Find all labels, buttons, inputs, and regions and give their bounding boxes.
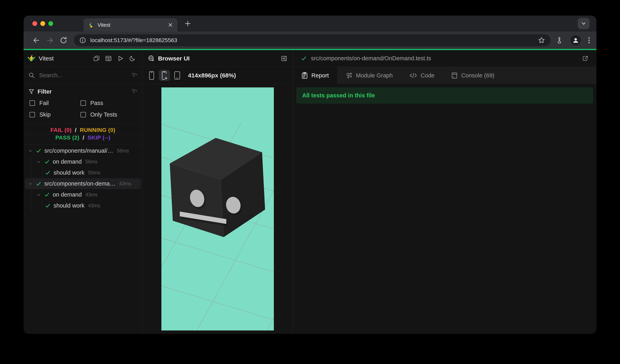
sidebar: Vitest	[24, 50, 142, 334]
clear-filter-icon[interactable]	[131, 88, 138, 95]
tree-row-test[interactable]: should work 55ms	[25, 167, 141, 178]
duration-label: 43ms	[88, 203, 100, 208]
file-path[interactable]: src/components/on-demand/OnDemand.test.t…	[311, 55, 431, 62]
search-row	[24, 67, 142, 84]
vitest-logo-icon	[27, 54, 36, 63]
test-viewport[interactable]	[161, 87, 274, 331]
report-content: All tests passed in this file	[293, 84, 596, 334]
tab-code[interactable]: Code	[401, 67, 443, 84]
new-tab-button[interactable]	[183, 19, 192, 28]
forward-button[interactable]	[46, 36, 54, 44]
run-all-icon[interactable]	[117, 55, 124, 62]
clear-search-filter-icon[interactable]	[131, 72, 138, 79]
tab-module-graph[interactable]: Module Graph	[337, 67, 401, 84]
stats-line-2: PASS (2) / SKIP (--)	[24, 134, 142, 142]
theme-toggle-moon-icon[interactable]	[129, 55, 136, 62]
globe-icon	[148, 55, 155, 62]
tab-title: Vitest	[97, 22, 110, 28]
stats-line-1: FAIL (0) / RUNNING (0)	[24, 126, 142, 134]
clipboard-icon	[301, 72, 308, 79]
pass-check-icon	[45, 170, 51, 176]
checkbox-icon	[80, 100, 86, 106]
site-info-icon[interactable]	[79, 37, 86, 44]
tab-report[interactable]: Report	[293, 67, 337, 84]
pass-check-icon	[36, 181, 42, 187]
tab-strip: Vitest	[24, 15, 596, 31]
pass-check-icon	[44, 159, 50, 165]
open-panel-right-icon[interactable]	[280, 55, 288, 62]
mobile-portrait-icon[interactable]	[146, 70, 157, 81]
tablet-icon[interactable]	[171, 70, 183, 81]
search-input[interactable]	[39, 72, 131, 79]
browser-ui-panel: Browser UI	[142, 50, 293, 334]
collapse-windows-icon[interactable]	[93, 55, 100, 62]
running-count: RUNNING (0)	[79, 127, 116, 133]
menu-kebab-icon[interactable]	[588, 36, 590, 44]
browser-ui-header: Browser UI	[142, 50, 293, 67]
file-header: src/components/on-demand/OnDemand.test.t…	[293, 50, 596, 67]
filter-title: Filter	[38, 88, 52, 95]
dashboard-icon[interactable]	[105, 55, 112, 62]
tab-search-button[interactable]	[578, 18, 590, 29]
pass-count: PASS (2)	[55, 134, 80, 141]
sidebar-header: Vitest	[24, 50, 142, 67]
test-tree: src/components/manual/… 56ms on demand 5…	[24, 145, 142, 334]
checkbox-icon	[30, 100, 35, 106]
profile-avatar[interactable]	[571, 35, 581, 45]
chevron-down-icon	[581, 21, 587, 27]
browser-tab[interactable]: Vitest	[83, 18, 177, 31]
console-icon	[451, 72, 458, 79]
window-controls	[32, 21, 53, 26]
test-stats: FAIL (0) / RUNNING (0) PASS (2) / SKIP (…	[24, 124, 142, 145]
browser-ui-title: Browser UI	[158, 55, 189, 62]
duration-label: 56ms	[85, 159, 97, 165]
module-graph-icon	[346, 72, 352, 79]
report-tabs: Report	[293, 67, 596, 84]
chevron-down-icon[interactable]	[28, 181, 33, 187]
browser-toolbar: localhost:5173/#/?file=1828625563	[24, 31, 596, 49]
tree-row-suite[interactable]: on demand 56ms	[25, 156, 141, 167]
filter-checkbox-fail[interactable]: Fail	[30, 100, 80, 106]
code-icon	[409, 72, 417, 79]
experiments-flask-icon[interactable]	[556, 37, 564, 44]
skip-count: SKIP (--)	[87, 134, 111, 141]
vitest-favicon-icon	[88, 22, 94, 28]
bookmark-star-icon[interactable]	[538, 37, 545, 44]
filter-checkbox-skip[interactable]: Skip	[30, 111, 80, 118]
tree-row-test[interactable]: should work 43ms	[25, 200, 141, 211]
chevron-down-icon[interactable]	[36, 192, 42, 198]
app-title: Vitest	[39, 55, 54, 62]
filter-checkbox-pass[interactable]: Pass	[80, 100, 138, 106]
close-window-button[interactable]	[32, 21, 37, 26]
browser-window: Vitest	[24, 15, 596, 334]
duration-label: 43ms	[85, 192, 97, 198]
chevron-down-icon[interactable]	[28, 148, 33, 154]
zoom-window-button[interactable]	[48, 21, 53, 26]
pass-check-icon	[45, 203, 51, 209]
tree-row-file-on-demand[interactable]: src/components/on-dema… 43ms	[25, 178, 141, 189]
fail-count: FAIL (0)	[49, 127, 72, 133]
minimize-window-button[interactable]	[40, 21, 45, 26]
checkbox-icon	[80, 112, 86, 117]
screenshot-stage: Vitest	[0, 0, 620, 364]
tab-console[interactable]: Console (69)	[443, 67, 503, 84]
open-external-icon[interactable]	[582, 55, 589, 62]
reload-button[interactable]	[60, 36, 67, 44]
duration-label: 43ms	[119, 181, 131, 187]
filter-checkbox-only-tests[interactable]: Only Tests	[80, 111, 138, 118]
pass-check-icon	[301, 55, 307, 62]
mobile-custom-size-icon[interactable]	[159, 70, 170, 81]
tree-row-file-manual[interactable]: src/components/manual/… 56ms	[25, 145, 141, 156]
url-text[interactable]: localhost:5173/#/?file=1828625563	[90, 37, 538, 44]
viewport-size-label[interactable]: 414x896px (68%)	[188, 72, 236, 79]
3d-scene	[161, 87, 274, 331]
tab-close-icon[interactable]	[168, 22, 173, 28]
tree-row-suite[interactable]: on demand 43ms	[25, 189, 141, 200]
pass-check-icon	[36, 148, 42, 154]
device-toolbar: 414x896px (68%)	[142, 67, 293, 84]
browser-preview-area	[142, 84, 293, 334]
duration-label: 56ms	[117, 148, 129, 154]
chevron-down-icon[interactable]	[36, 159, 42, 165]
back-button[interactable]	[32, 36, 40, 44]
address-bar[interactable]: localhost:5173/#/?file=1828625563	[74, 34, 550, 46]
